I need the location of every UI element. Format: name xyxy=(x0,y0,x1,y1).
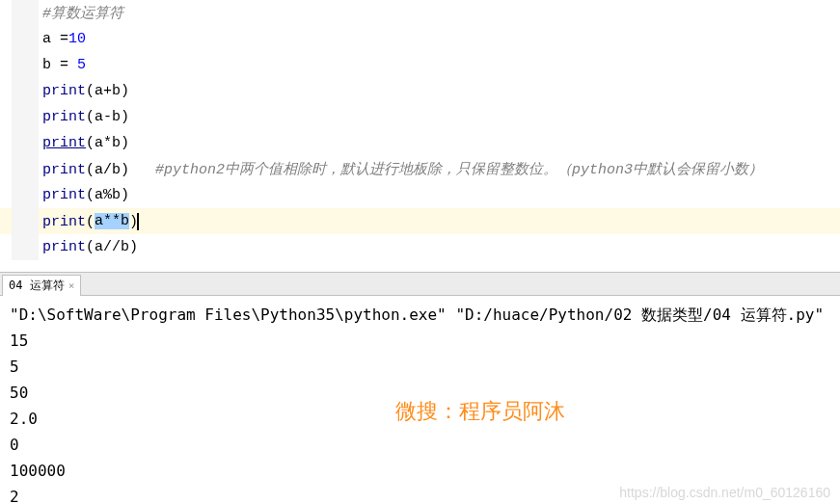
code-line[interactable]: print(a*b) xyxy=(0,130,840,156)
code-line[interactable]: print(a-b) xyxy=(0,104,840,130)
code-content: a =10 xyxy=(39,31,86,47)
gutter xyxy=(12,182,39,208)
gutter xyxy=(12,0,39,26)
tab-label: 04 运算符 xyxy=(9,278,65,294)
code-line[interactable]: print(a+b) xyxy=(0,78,840,104)
console-line: 5 xyxy=(10,354,830,380)
code-line[interactable]: print(a/b) #python2中两个值相除时，默认进行地板除，只保留整数… xyxy=(0,156,840,182)
code-line[interactable]: print(a%b) xyxy=(0,182,840,208)
console-tab-bar: 04 运算符 × xyxy=(0,273,840,296)
console-line: 15 xyxy=(10,328,830,354)
gutter xyxy=(12,52,39,78)
code-content: print(a-b) xyxy=(39,109,129,125)
code-line[interactable]: b = 5 xyxy=(0,52,840,78)
code-content: b = 5 xyxy=(39,57,86,73)
code-line[interactable]: #算数运算符 xyxy=(0,0,840,26)
console-tab[interactable]: 04 运算符 × xyxy=(2,275,81,296)
source-watermark: https://blog.csdn.net/m0_60126160 xyxy=(619,485,830,500)
code-editor[interactable]: #算数运算符a =10b = 5print(a+b)print(a-b)prin… xyxy=(0,0,840,260)
gutter xyxy=(12,234,39,260)
code-line[interactable]: a =10 xyxy=(0,26,840,52)
code-line[interactable]: print(a//b) xyxy=(0,234,840,260)
gutter xyxy=(12,208,39,234)
console-line: 0 xyxy=(10,432,830,458)
console-line: "D:\SoftWare\Program Files\Python35\pyth… xyxy=(10,302,830,328)
code-content: print(a%b) xyxy=(39,187,129,203)
text-cursor xyxy=(137,213,139,230)
code-line[interactable]: print(a**b) xyxy=(0,208,840,234)
gutter xyxy=(12,26,39,52)
gutter xyxy=(12,104,39,130)
close-icon[interactable]: × xyxy=(68,279,75,292)
code-content: #算数运算符 xyxy=(39,4,123,22)
gutter xyxy=(12,78,39,104)
code-content: print(a**b) xyxy=(39,213,139,230)
watermark-text: 微搜：程序员阿沐 xyxy=(395,397,565,426)
console-line: 100000 xyxy=(10,458,830,484)
code-content: print(a+b) xyxy=(39,83,129,99)
gutter xyxy=(12,156,39,182)
code-content: print(a*b) xyxy=(39,135,129,151)
code-content: print(a/b) #python2中两个值相除时，默认进行地板除，只保留整数… xyxy=(39,160,763,178)
code-content: print(a//b) xyxy=(39,239,138,255)
gutter xyxy=(12,130,39,156)
